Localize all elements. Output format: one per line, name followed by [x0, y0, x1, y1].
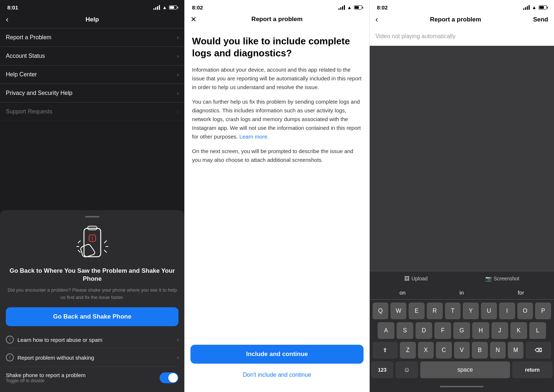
- battery-icon-p2: [354, 5, 362, 9]
- key-g[interactable]: G: [453, 322, 470, 339]
- report-input-area[interactable]: Video not playing automatically: [370, 29, 554, 46]
- keyboard-row-3: ⇧ Z X C V B N M ⌫: [371, 342, 553, 359]
- attachment-toolbar: 🖼 Upload 📷 Screenshot: [370, 271, 554, 286]
- key-t[interactable]: T: [445, 303, 461, 319]
- learn-abuse-row[interactable]: i Learn how to report abuse or spam ›: [6, 331, 178, 348]
- keyboard-bottom-bar: [370, 381, 554, 392]
- info-icon: i: [6, 336, 14, 344]
- menu-list-p1: Report a Problem › Account Status › Help…: [0, 28, 184, 121]
- diagnostics-body1: Information about your device, account a…: [192, 65, 362, 92]
- toggle-knob: [168, 373, 178, 383]
- signal-icon-p2: [338, 5, 345, 10]
- back-button-p1[interactable]: ‹: [6, 15, 8, 24]
- bottom-sheet-p1: ! Go Back to Where You Saw the Problem a…: [0, 210, 184, 392]
- panel-help-screen: 8:01 ▲ ‹ Help Report a Problem › Account…: [0, 0, 184, 392]
- battery-icon-p3: [539, 5, 547, 9]
- report-input-text: Video not playing automatically: [376, 33, 455, 39]
- key-s[interactable]: S: [397, 322, 413, 339]
- key-x[interactable]: X: [418, 342, 434, 359]
- key-h[interactable]: H: [472, 322, 489, 339]
- send-button-p3[interactable]: Send: [533, 16, 548, 23]
- shake-toggle-row: Shake phone to report a problem Toggle o…: [6, 367, 178, 385]
- upload-button[interactable]: 🖼 Upload: [404, 276, 427, 281]
- key-suggestions-row: on in for: [370, 286, 554, 300]
- wifi-icon-p3: ▲: [532, 5, 537, 10]
- diagnostics-body3: On the next screen, you will be prompted…: [192, 147, 362, 164]
- key-n[interactable]: N: [490, 342, 506, 359]
- sheet-desc: Did you encounter a problem? Please shak…: [6, 287, 178, 301]
- space-key[interactable]: space: [420, 361, 510, 378]
- include-continue-button[interactable]: Include and continue: [190, 345, 363, 364]
- key-w[interactable]: W: [390, 303, 406, 319]
- shift-key[interactable]: ⇧: [373, 342, 398, 359]
- menu-item-privacy[interactable]: Privacy and Security Help ›: [0, 84, 184, 103]
- chevron-icon: ›: [177, 72, 179, 77]
- suggestion-in[interactable]: in: [459, 289, 464, 296]
- keyboard-row-2: A S D F G H J K L: [371, 322, 553, 339]
- dont-include-button[interactable]: Don't include and continue: [190, 369, 363, 381]
- suggestion-on[interactable]: on: [400, 289, 406, 296]
- delete-key[interactable]: ⌫: [526, 342, 551, 359]
- svg-rect-0: [84, 228, 101, 257]
- key-l[interactable]: L: [529, 322, 546, 339]
- key-o[interactable]: O: [517, 303, 533, 319]
- svg-line-6: [78, 250, 80, 252]
- key-f[interactable]: F: [434, 322, 451, 339]
- key-k[interactable]: K: [510, 322, 527, 339]
- diagnostics-footer: Include and continue Don't include and c…: [185, 339, 369, 392]
- sheet-handle: [85, 216, 100, 217]
- suggestion-for[interactable]: for: [518, 289, 524, 296]
- key-d[interactable]: D: [416, 322, 432, 339]
- home-indicator: [440, 386, 483, 387]
- key-q[interactable]: Q: [373, 303, 389, 319]
- menu-item-support[interactable]: Support Requests ›: [0, 103, 184, 121]
- key-i[interactable]: I: [499, 303, 515, 319]
- nav-header-p1: ‹ Help: [0, 13, 184, 28]
- upload-icon: 🖼: [404, 276, 409, 281]
- key-e[interactable]: E: [409, 303, 425, 319]
- chevron-icon: ›: [177, 53, 179, 59]
- key-b[interactable]: B: [472, 342, 487, 359]
- menu-item-account[interactable]: Account Status ›: [0, 47, 184, 65]
- shake-toggle[interactable]: [160, 372, 178, 383]
- key-j[interactable]: J: [491, 322, 508, 339]
- key-v[interactable]: V: [454, 342, 470, 359]
- exclaim-icon: !: [6, 353, 14, 361]
- status-icons-p3: ▲: [523, 5, 547, 10]
- emoji-key[interactable]: ☺: [396, 361, 418, 378]
- status-icons-p2: ▲: [338, 5, 362, 10]
- key-z[interactable]: Z: [400, 342, 416, 359]
- key-m[interactable]: M: [508, 342, 523, 359]
- status-bar-p3: 8:02 ▲: [370, 0, 554, 13]
- svg-text:!: !: [91, 236, 93, 241]
- learn-more-link[interactable]: Learn more.: [239, 133, 269, 140]
- wifi-icon-p2: ▲: [347, 5, 352, 10]
- keyboard-row-1: Q W E R T Y U I O P: [371, 303, 553, 319]
- time-p2: 8:02: [192, 4, 203, 11]
- keyboard-bottom-row: 123 ☺ space return: [370, 361, 554, 381]
- key-c[interactable]: C: [436, 342, 451, 359]
- time-p3: 8:02: [377, 4, 388, 11]
- key-r[interactable]: R: [427, 303, 443, 319]
- signal-icon-p3: [523, 5, 530, 10]
- nav-title-p2: Report a problem: [252, 16, 303, 23]
- menu-item-report[interactable]: Report a Problem ›: [0, 28, 184, 47]
- key-u[interactable]: U: [481, 303, 497, 319]
- menu-item-helpcenter[interactable]: Help Center ›: [0, 65, 184, 84]
- svg-line-7: [104, 241, 107, 243]
- wifi-icon-p1: ▲: [162, 5, 167, 10]
- status-bar-p1: 8:01 ▲: [0, 0, 184, 13]
- close-button-p2[interactable]: ✕: [190, 15, 197, 24]
- key-y[interactable]: Y: [463, 303, 479, 319]
- return-key[interactable]: return: [512, 361, 553, 378]
- key-p[interactable]: P: [535, 303, 551, 319]
- report-without-shake-row[interactable]: ! Report problem without shaking ›: [6, 348, 178, 367]
- time-p1: 8:01: [7, 4, 18, 11]
- key-a[interactable]: A: [378, 322, 394, 339]
- num-key[interactable]: 123: [371, 361, 394, 378]
- screenshot-button[interactable]: 📷 Screenshot: [485, 276, 519, 281]
- back-button-p3[interactable]: ‹: [376, 15, 378, 24]
- shake-button[interactable]: Go Back and Shake Phone: [6, 307, 178, 326]
- nav-title-p3: Report a problem: [430, 16, 481, 23]
- diagnostics-body2: You can further help us fix this problem…: [192, 97, 362, 141]
